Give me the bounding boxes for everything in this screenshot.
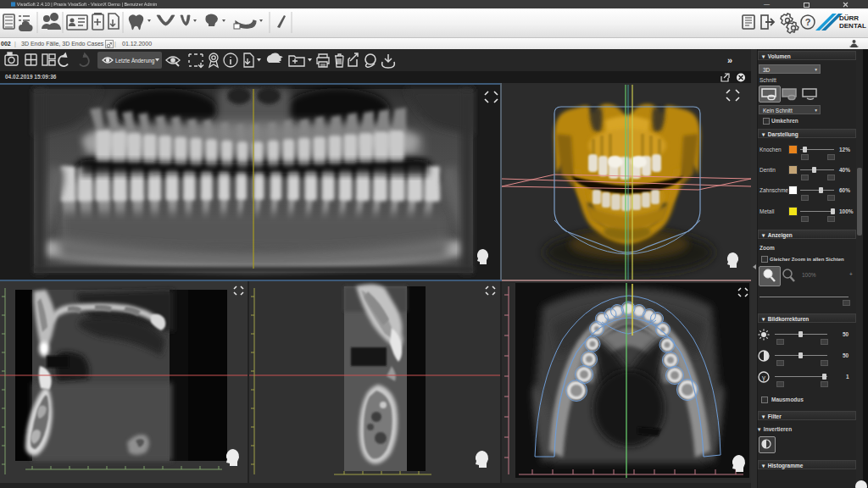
svg-text:Letzte Änderung: Letzte Änderung: [115, 58, 155, 64]
svg-text:?: ?: [805, 17, 811, 27]
svg-text:DÜRR: DÜRR: [839, 14, 859, 22]
svg-text:DENTAL: DENTAL: [839, 22, 866, 30]
svg-text:»: »: [727, 55, 732, 65]
svg-text:γ: γ: [762, 374, 765, 381]
